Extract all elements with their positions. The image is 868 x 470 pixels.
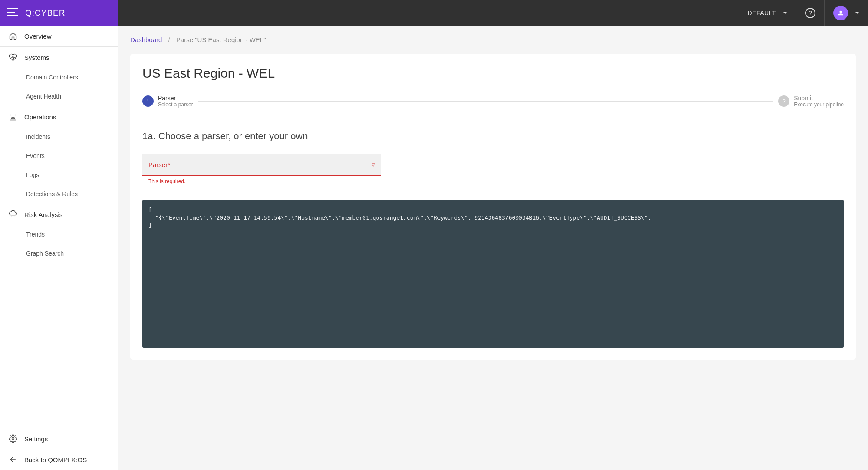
sidebar-item-events[interactable]: Events	[0, 146, 118, 165]
sidebar-item-label: Graph Search	[26, 250, 64, 257]
sidebar: Overview Systems Domain Controllers Agen…	[0, 26, 118, 470]
caret-down-icon: ▽	[372, 162, 375, 167]
section-title: 1a. Choose a parser, or enter your own	[142, 131, 844, 142]
sidebar-item-incidents[interactable]: Incidents	[0, 127, 118, 146]
step-title: Submit	[794, 95, 844, 102]
step-number-circle: 1	[142, 95, 154, 107]
tenant-label: DEFAULT	[748, 10, 776, 16]
sidebar-item-label: Agent Health	[26, 93, 61, 100]
home-icon	[9, 32, 17, 40]
top-header: Q:CYBER DEFAULT ?	[0, 0, 868, 26]
sidebar-item-operations[interactable]: Operations	[0, 106, 118, 127]
sidebar-item-risk-analysis[interactable]: Risk Analysis	[0, 204, 118, 225]
step-title: Parser	[158, 95, 193, 102]
sidebar-item-detections-rules[interactable]: Detections & Rules	[0, 184, 118, 204]
breadcrumb-dashboard-link[interactable]: Dashboard	[130, 36, 162, 43]
gear-icon	[9, 434, 17, 443]
brand-logo: Q:CYBER	[25, 8, 66, 18]
step-labels: Submit Execute your pipeline	[794, 95, 844, 108]
sidebar-main-nav: Overview Systems Domain Controllers Agen…	[0, 26, 118, 428]
chevron-down-icon	[855, 12, 859, 14]
sidebar-item-label: Detections & Rules	[26, 191, 78, 197]
breadcrumb-separator: /	[168, 36, 170, 43]
sidebar-item-logs[interactable]: Logs	[0, 165, 118, 184]
step-subtitle: Select a parser	[158, 102, 193, 108]
avatar	[833, 6, 848, 20]
page-title: US East Region - WEL	[142, 66, 844, 81]
step-subtitle: Execute your pipeline	[794, 102, 844, 108]
sidebar-item-label: Back to QOMPLX:OS	[24, 456, 87, 463]
user-menu-button[interactable]	[824, 0, 868, 26]
sidebar-item-label: Risk Analysis	[24, 211, 62, 218]
parser-select-error: This is required.	[142, 176, 381, 184]
parser-select-field: Parser* ▽ This is required.	[142, 154, 381, 184]
menu-toggle-button[interactable]	[7, 8, 18, 18]
step-parser[interactable]: 1 Parser Select a parser	[142, 95, 193, 108]
sidebar-item-label: Incidents	[26, 133, 50, 140]
back-arrow-icon	[9, 455, 17, 464]
step-number-circle: 2	[778, 95, 789, 107]
breadcrumb: Dashboard / Parse "US East Region - WEL"	[130, 36, 856, 43]
sidebar-item-label: Settings	[24, 435, 48, 443]
help-icon: ?	[805, 8, 815, 18]
user-icon	[837, 10, 844, 16]
sidebar-item-label: Trends	[26, 231, 45, 238]
sidebar-item-label: Domain Controllers	[26, 74, 78, 81]
code-preview: [ "{\"EventTime\":\"2020-11-17 14:59:54\…	[142, 200, 844, 348]
help-button[interactable]: ?	[796, 0, 824, 26]
tenant-selector[interactable]: DEFAULT	[739, 0, 796, 26]
sidebar-item-label: Overview	[24, 33, 52, 40]
main-card: US East Region - WEL 1 Parser Select a p…	[130, 54, 856, 360]
siren-icon	[9, 112, 17, 121]
hamburger-icon	[7, 8, 18, 16]
svg-point-0	[12, 438, 14, 440]
chevron-down-icon	[783, 12, 787, 14]
stepper: 1 Parser Select a parser 2 Submit Execut…	[142, 95, 844, 108]
sidebar-item-graph-search[interactable]: Graph Search	[0, 244, 118, 263]
sidebar-item-trends[interactable]: Trends	[0, 225, 118, 244]
main-content: Dashboard / Parse "US East Region - WEL"…	[118, 26, 868, 470]
sidebar-item-label: Operations	[24, 113, 56, 121]
heartbeat-icon	[9, 53, 17, 62]
sidebar-item-systems[interactable]: Systems	[0, 47, 118, 68]
sidebar-item-agent-health[interactable]: Agent Health	[0, 87, 118, 106]
divider	[130, 118, 856, 118]
stepper-connector	[198, 101, 773, 102]
sidebar-item-domain-controllers[interactable]: Domain Controllers	[0, 68, 118, 87]
step-labels: Parser Select a parser	[158, 95, 193, 108]
sidebar-item-back[interactable]: Back to QOMPLX:OS	[0, 449, 118, 470]
sidebar-item-label: Logs	[26, 171, 39, 178]
sidebar-bottom-nav: Settings Back to QOMPLX:OS	[0, 428, 118, 470]
breadcrumb-current: Parse "US East Region - WEL"	[176, 36, 266, 43]
parser-select-trigger[interactable]: Parser* ▽	[142, 154, 381, 176]
sidebar-item-settings[interactable]: Settings	[0, 428, 118, 449]
cloud-rain-icon	[9, 210, 17, 219]
parser-select-label: Parser*	[148, 161, 170, 168]
step-submit[interactable]: 2 Submit Execute your pipeline	[778, 95, 844, 108]
header-toolbar: DEFAULT ?	[118, 0, 868, 26]
sidebar-item-label: Events	[26, 152, 45, 159]
sidebar-item-label: Systems	[24, 54, 49, 61]
brand-section: Q:CYBER	[0, 0, 118, 26]
sidebar-item-overview[interactable]: Overview	[0, 26, 118, 47]
